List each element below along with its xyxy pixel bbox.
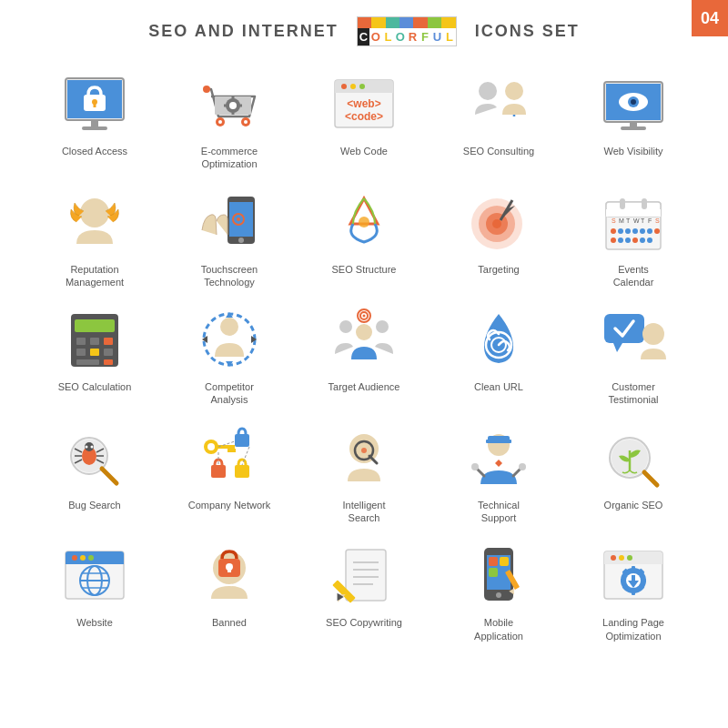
icon-seo-structure-label: SEO Structure bbox=[332, 263, 397, 276]
icon-landing-page: Landing PageOptimization bbox=[566, 531, 701, 650]
icon-organic-seo-label: Organic SEO bbox=[604, 499, 663, 511]
icon-seo-copywriting: SEO Copywriting bbox=[297, 531, 431, 650]
svg-point-38 bbox=[80, 198, 109, 228]
svg-point-63 bbox=[611, 228, 616, 234]
icon-target-audience-label: Target Audience bbox=[329, 380, 400, 393]
svg-point-22 bbox=[341, 84, 347, 89]
svg-rect-6 bbox=[82, 126, 107, 130]
svg-rect-37 bbox=[621, 126, 646, 130]
svg-marker-134 bbox=[495, 460, 502, 467]
svg-rect-168 bbox=[489, 557, 498, 566]
svg-point-178 bbox=[619, 555, 624, 561]
svg-rect-55 bbox=[642, 198, 647, 209]
icon-target-audience: Target Audience bbox=[297, 296, 431, 414]
icon-mobile-application: MobileApplication bbox=[431, 531, 566, 650]
icon-events-calendar: S M T W T F S bbox=[566, 178, 701, 297]
svg-rect-169 bbox=[500, 557, 509, 566]
svg-rect-10 bbox=[232, 96, 235, 100]
svg-point-64 bbox=[618, 228, 623, 234]
icon-ecommerce: E-commerceOptimization bbox=[162, 60, 297, 178]
svg-rect-53 bbox=[606, 209, 661, 217]
icon-closed-access-label: Closed Access bbox=[62, 145, 127, 157]
svg-rect-183 bbox=[632, 590, 635, 595]
svg-point-43 bbox=[237, 217, 240, 221]
svg-text:S: S bbox=[655, 217, 660, 224]
icon-seo-structure: SEO Structure bbox=[297, 178, 431, 297]
svg-point-70 bbox=[611, 238, 616, 243]
svg-point-24 bbox=[359, 84, 365, 89]
svg-point-67 bbox=[640, 228, 645, 234]
icon-technical-support: TechnicalSupport bbox=[431, 414, 566, 532]
icon-intelligent-search: IntelligentSearch bbox=[297, 414, 431, 532]
icon-reputation-label: ReputationManagement bbox=[66, 263, 124, 289]
svg-point-92 bbox=[339, 320, 352, 333]
svg-rect-78 bbox=[76, 338, 86, 345]
svg-point-73 bbox=[632, 238, 638, 243]
icon-reputation: ReputationManagement bbox=[27, 178, 162, 297]
svg-point-35 bbox=[631, 99, 636, 105]
svg-point-177 bbox=[611, 555, 616, 561]
svg-point-65 bbox=[625, 228, 631, 234]
icon-competitor-label: CompetitorAnalysis bbox=[205, 380, 254, 407]
icon-closed-access: Closed Access bbox=[27, 60, 162, 178]
svg-point-75 bbox=[647, 238, 652, 243]
icon-touchscreen: TouchscreenTechnology bbox=[162, 178, 297, 297]
svg-point-102 bbox=[642, 323, 664, 345]
icon-clean-url: Clean URL bbox=[431, 296, 566, 414]
svg-rect-122 bbox=[211, 465, 226, 478]
svg-rect-191 bbox=[632, 575, 635, 581]
svg-rect-11 bbox=[232, 111, 235, 115]
svg-point-97 bbox=[363, 315, 366, 318]
icon-seo-calculation: SEO Calculation bbox=[27, 296, 162, 414]
icon-targeting-label: Targeting bbox=[478, 263, 519, 276]
icon-landing-page-label: Landing PageOptimization bbox=[602, 616, 664, 642]
svg-point-138 bbox=[519, 463, 526, 470]
svg-point-23 bbox=[350, 84, 356, 89]
icon-seo-copywriting-label: SEO Copywriting bbox=[326, 616, 402, 629]
svg-rect-120 bbox=[228, 449, 232, 452]
icon-events-calendar-label: EventsCalendar bbox=[613, 263, 654, 289]
icon-seo-calculation-label: SEO Calculation bbox=[58, 380, 132, 393]
colorful-logo: C O L O R F U L bbox=[357, 16, 457, 46]
badge-04: 04 bbox=[692, 0, 728, 36]
svg-rect-100 bbox=[604, 314, 644, 343]
icon-banned: Banned bbox=[162, 531, 297, 650]
svg-rect-79 bbox=[90, 338, 99, 345]
svg-point-66 bbox=[632, 228, 638, 234]
svg-text:<code>: <code> bbox=[345, 110, 383, 123]
svg-point-48 bbox=[492, 219, 501, 228]
svg-point-9 bbox=[229, 102, 237, 109]
icons-grid: Closed Access bbox=[0, 60, 728, 650]
svg-point-72 bbox=[625, 238, 631, 243]
svg-text:W: W bbox=[633, 217, 640, 224]
svg-point-115 bbox=[91, 445, 94, 448]
icon-web-code-label: Web Code bbox=[340, 145, 388, 157]
header: SEO AND INTERNET C O L O R F U L bbox=[0, 0, 728, 56]
svg-rect-81 bbox=[76, 349, 86, 356]
svg-rect-133 bbox=[486, 440, 511, 443]
svg-point-117 bbox=[207, 443, 215, 450]
icon-targeting: Targeting bbox=[431, 178, 566, 297]
svg-point-74 bbox=[640, 238, 645, 243]
svg-point-41 bbox=[238, 238, 244, 243]
icon-organic-seo: Organic SEO bbox=[566, 414, 701, 532]
icon-website-label: Website bbox=[76, 616, 113, 629]
svg-text:M: M bbox=[619, 217, 624, 224]
icon-competitor: CompetitorAnalysis bbox=[162, 296, 297, 414]
svg-rect-85 bbox=[104, 359, 113, 365]
icon-seo-consulting: ? ! SEO Consulting bbox=[431, 60, 566, 178]
svg-point-86 bbox=[220, 318, 238, 336]
icon-company-network-label: Company Network bbox=[188, 499, 270, 511]
svg-rect-13 bbox=[238, 105, 242, 107]
svg-rect-12 bbox=[224, 105, 228, 107]
svg-point-146 bbox=[80, 555, 86, 561]
svg-point-136 bbox=[471, 463, 479, 470]
header-left-title: SEO AND INTERNET bbox=[148, 22, 338, 41]
header-right-title: ICONS SET bbox=[475, 22, 580, 41]
svg-rect-80 bbox=[104, 338, 113, 345]
icon-web-code: <web> <code> Web Code bbox=[297, 60, 431, 178]
icon-customer-testimonial: CustomerTestimonial bbox=[566, 296, 701, 414]
svg-point-18 bbox=[203, 86, 210, 93]
svg-rect-184 bbox=[621, 579, 626, 582]
svg-point-94 bbox=[356, 324, 372, 340]
